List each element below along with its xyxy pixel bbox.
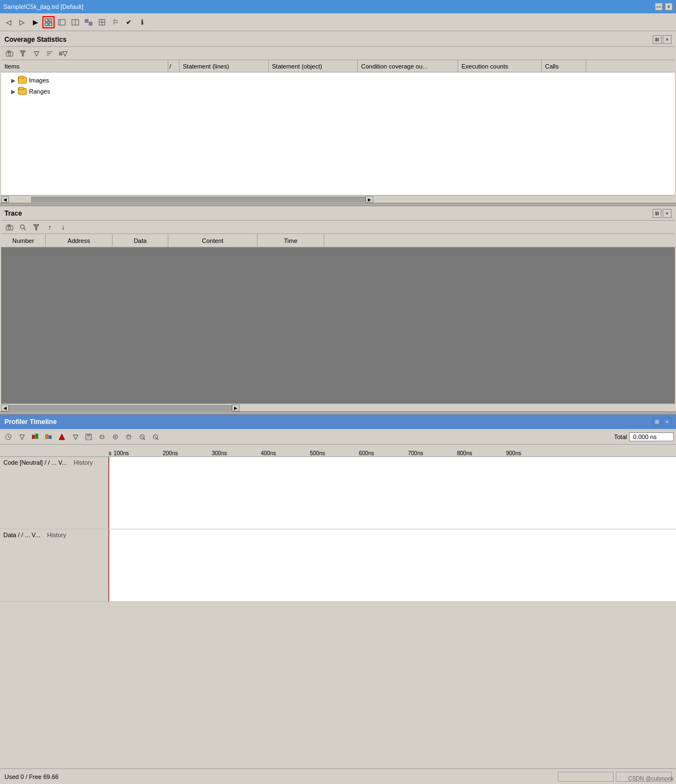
coverage-title: Coverage Statistics: [4, 36, 66, 43]
ruler-tick-500: 500ns: [310, 450, 359, 456]
profiler-btn-1[interactable]: [2, 431, 14, 443]
toolbar-btn-flag[interactable]: ⚐: [109, 16, 121, 28]
toolbar-btn-5[interactable]: [96, 16, 108, 28]
profiler-btn-8[interactable]: [109, 431, 121, 443]
folder-icon2: [18, 88, 27, 95]
list-item[interactable]: ▶ Images: [1, 75, 675, 86]
trace-section: Trace ⊞ ×: [0, 206, 676, 411]
svg-marker-25: [33, 225, 39, 230]
toolbar-btn-4[interactable]: [82, 16, 95, 28]
profiler-btn-5[interactable]: ▽: [69, 431, 81, 443]
folder-expand-icon2: ▶: [11, 89, 16, 95]
main-window: SampleIC5k_jtag.trd [Default] — × ◁ ▷ ▶: [0, 0, 676, 784]
ruler-label-200: 200ns: [163, 450, 180, 456]
profiler-expand-btn[interactable]: ⊞: [653, 417, 662, 426]
total-area: Total 0.000 ns: [614, 432, 674, 441]
trace-camera-btn[interactable]: [3, 221, 16, 233]
col-items-header: Items: [1, 60, 168, 72]
trace-scroll-thumb[interactable]: [9, 405, 232, 411]
col-calls-header: Calls: [542, 60, 586, 72]
timeline-label-code: Code [Neutral] / / ... V... History: [0, 457, 109, 529]
col-exec-header: Execution counts: [458, 60, 542, 72]
profiler-btn-4[interactable]: [56, 431, 68, 443]
trace-expand-btn[interactable]: ⊞: [653, 209, 662, 218]
code-neutral-text: Code [Neutral]: [3, 459, 43, 466]
toolbar-btn-3[interactable]: [69, 16, 81, 28]
coverage-camera-btn[interactable]: [3, 47, 16, 60]
svg-rect-1: [49, 19, 52, 22]
tree-item-ranges-label: Ranges: [29, 88, 50, 95]
trace-scroll-left[interactable]: ◂: [1, 405, 9, 411]
coverage-sort-btn[interactable]: [43, 47, 56, 60]
svg-line-46: [157, 438, 158, 440]
svg-rect-36: [87, 437, 90, 440]
trace-scrollbar[interactable]: ◂ ▸: [1, 403, 675, 411]
svg-rect-3: [49, 23, 52, 26]
trace-scroll-right[interactable]: ▸: [232, 405, 240, 411]
scroll-thumb[interactable]: [31, 197, 366, 202]
svg-point-14: [8, 52, 11, 55]
red-marker-data: [109, 529, 109, 601]
toolbar-btn-2[interactable]: [56, 16, 68, 28]
profiler-btn-11[interactable]: [149, 431, 162, 443]
toolbar-btn-forward[interactable]: ▷: [16, 16, 28, 28]
profiler-btn-9[interactable]: [123, 431, 135, 443]
profiler-section: Profiler Timeline ⊞ × ▽: [0, 415, 676, 768]
code-v2: V...: [58, 459, 67, 466]
profiler-filter-btn[interactable]: ▽: [16, 431, 28, 443]
pin-button[interactable]: —: [655, 3, 663, 11]
trace-down-btn[interactable]: ↓: [57, 221, 69, 233]
profiler-save-btn[interactable]: [82, 431, 95, 443]
coverage-scrollbar[interactable]: ◂ ▸: [1, 195, 675, 203]
profiler-btn-3[interactable]: [42, 431, 55, 443]
trace-title: Trace: [4, 210, 22, 217]
svg-line-24: [24, 228, 26, 230]
code-ellipsis: ...: [51, 459, 56, 466]
toolbar-btn-check[interactable]: ✔: [123, 16, 135, 28]
profiler-btn-7[interactable]: [96, 431, 108, 443]
coverage-close-btn[interactable]: ×: [663, 35, 672, 44]
coverage-filter2-btn[interactable]: ▽: [30, 47, 42, 60]
toolbar-btn-grid[interactable]: [42, 16, 55, 28]
trace-header: Trace ⊞ ×: [1, 206, 675, 221]
trace-panel-controls: ⊞ ×: [653, 209, 672, 218]
trace-col-content: Content: [168, 234, 257, 247]
svg-rect-30: [36, 434, 38, 439]
svg-line-47: [154, 436, 157, 438]
profiler-btn-10[interactable]: [136, 431, 148, 443]
trace-search-btn[interactable]: [17, 221, 29, 233]
coverage-toolbar: ▽ ≡▽: [1, 47, 675, 60]
timeline-content-data: [109, 529, 676, 601]
trace-col-time: Time: [257, 234, 324, 247]
trace-vscroll[interactable]: [667, 411, 675, 412]
coverage-sort2-btn[interactable]: ≡▽: [57, 47, 69, 60]
data-v2: V...: [32, 532, 41, 538]
svg-rect-8: [85, 20, 88, 22]
trace-filter-btn[interactable]: [30, 221, 42, 233]
profiler-btn-2[interactable]: [29, 431, 41, 443]
trace-col-address: Address: [46, 234, 113, 247]
folder-icon: [18, 77, 27, 84]
trace-up-btn[interactable]: ↑: [43, 221, 56, 233]
coverage-table-header: Items / Statement (lines) Statement (obj…: [1, 60, 675, 72]
coverage-expand-btn[interactable]: ⊞: [653, 35, 662, 44]
close-button[interactable]: ×: [665, 3, 673, 11]
status-box-1: [558, 772, 614, 782]
scroll-right-btn[interactable]: ▸: [366, 196, 373, 203]
coverage-filter-btn[interactable]: [17, 47, 29, 60]
svg-point-21: [8, 226, 11, 229]
folder-expand-icon: ▶: [11, 77, 16, 84]
toolbar-btn-info[interactable]: ℹ: [136, 16, 148, 28]
toolbar-btn-arrow[interactable]: ◁: [2, 16, 14, 28]
col-cond-header: Condition coverage ou...: [358, 60, 458, 72]
scroll-left-btn[interactable]: ◂: [1, 196, 9, 203]
profiler-title: Profiler Timeline: [4, 418, 57, 426]
trace-toolbar: ↑ ↓: [1, 221, 675, 234]
profiler-close-btn[interactable]: ×: [663, 417, 672, 426]
list-item[interactable]: ▶ Ranges: [1, 86, 675, 97]
code-neutral-label: Code [Neutral] / / ... V... History: [3, 459, 93, 466]
toolbar-btn-play[interactable]: ▶: [29, 16, 41, 28]
ruler-tick-900: 900ns: [506, 450, 555, 456]
col-stmt-obj-header: Statement (object): [269, 60, 358, 72]
trace-close-btn[interactable]: ×: [663, 209, 672, 218]
